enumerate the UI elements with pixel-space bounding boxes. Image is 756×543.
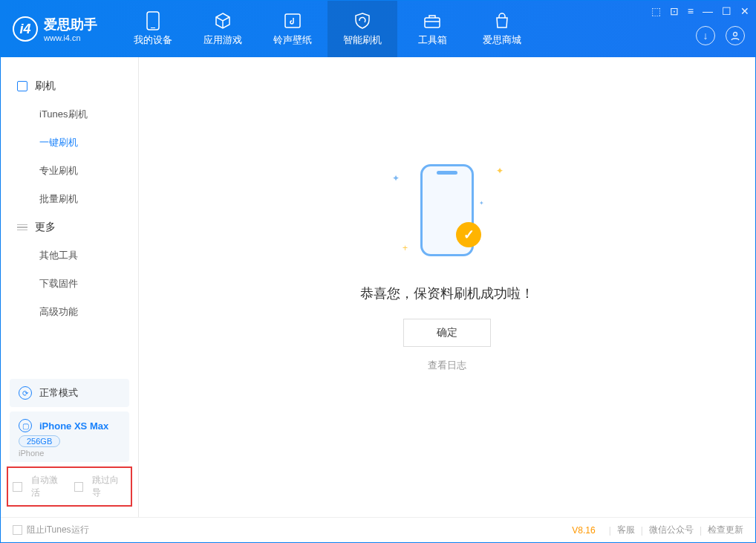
tab-my-device[interactable]: 我的设备 [118, 1, 188, 57]
app-url: www.i4.cn [44, 33, 97, 42]
main-content: ✦ ✦ + ✦ ✓ 恭喜您，保资料刷机成功啦！ 确定 查看日志 [139, 57, 755, 517]
mode-icon: ⟳ [19, 386, 32, 400]
logo: i4 爱思助手 www.i4.cn [1, 16, 109, 42]
sidebar-item-itunes-flash[interactable]: iTunes刷机 [1, 100, 138, 129]
sidebar-item-advanced[interactable]: 高级功能 [1, 298, 138, 326]
top-tabs: 我的设备 应用游戏 铃声壁纸 智能刷机 工具箱 爱思商城 [118, 1, 537, 57]
sidebar-item-oneclick-flash[interactable]: 一键刷机 [1, 129, 138, 157]
toolbox-icon [423, 11, 442, 30]
tab-flash[interactable]: 智能刷机 [328, 1, 397, 57]
shirt-icon[interactable]: ⬚ [651, 5, 661, 17]
app-name: 爱思助手 [44, 16, 97, 33]
device-type: iPhone [19, 449, 120, 458]
tab-label: 工具箱 [418, 33, 447, 47]
sidebar-item-batch-flash[interactable]: 批量刷机 [1, 185, 138, 213]
footer-link-wechat[interactable]: 微信公众号 [649, 524, 694, 536]
phone-outline-icon [17, 81, 27, 91]
success-message: 恭喜您，保资料刷机成功啦！ [360, 284, 534, 302]
footer: 阻止iTunes运行 V8.16 | 客服 | 微信公众号 | 检查更新 [1, 517, 755, 542]
shield-refresh-icon [353, 11, 372, 30]
svg-point-4 [734, 33, 737, 36]
header: i4 爱思助手 www.i4.cn 我的设备 应用游戏 铃声壁纸 智能刷机 工具… [1, 1, 755, 57]
block-itunes-label: 阻止iTunes运行 [27, 524, 89, 536]
sidebar-item-other-tools[interactable]: 其他工具 [1, 241, 138, 270]
phone-icon: ▢ [19, 419, 32, 432]
svg-rect-1 [151, 27, 155, 28]
sidebar-section-more: 更多 [1, 213, 138, 241]
close-button[interactable]: ✕ [740, 5, 749, 17]
svg-rect-2 [285, 14, 300, 27]
list-icon [17, 224, 27, 231]
check-badge-icon: ✓ [456, 222, 481, 247]
block-itunes-checkbox[interactable] [13, 525, 22, 535]
logo-icon: i4 [13, 16, 38, 42]
auto-activate-checkbox[interactable] [13, 482, 22, 492]
sparkle-icon: ✦ [479, 200, 484, 207]
footer-link-support[interactable]: 客服 [617, 524, 635, 536]
footer-link-update[interactable]: 检查更新 [708, 524, 743, 536]
device-mode: 正常模式 [39, 386, 78, 400]
user-button[interactable] [726, 26, 745, 45]
menu-icon[interactable]: ≡ [688, 5, 694, 17]
auto-activate-label: 自动激活 [31, 474, 65, 499]
tab-store[interactable]: 爱思商城 [467, 1, 537, 57]
minimize-button[interactable]: — [703, 5, 713, 17]
cube-icon [213, 11, 232, 30]
sidebar-item-download-firmware[interactable]: 下载固件 [1, 270, 138, 298]
lock-icon[interactable]: ⊡ [670, 5, 679, 17]
view-log-link[interactable]: 查看日志 [428, 359, 466, 372]
tab-ringtones[interactable]: 铃声壁纸 [258, 1, 328, 57]
skip-guide-label: 跳过向导 [92, 474, 126, 499]
device-capacity: 256GB [19, 435, 60, 447]
flash-options: 自动激活 跳过向导 [7, 466, 132, 507]
svg-rect-0 [147, 12, 159, 30]
tab-label: 我的设备 [134, 33, 172, 47]
sidebar: 刷机 iTunes刷机 一键刷机 专业刷机 批量刷机 更多 其他工具 下载固件 … [1, 57, 139, 517]
tab-apps[interactable]: 应用游戏 [188, 1, 258, 57]
maximize-button[interactable]: ☐ [722, 5, 731, 17]
sidebar-section-flash: 刷机 [1, 72, 138, 100]
music-folder-icon [283, 11, 302, 30]
download-button[interactable]: ↓ [696, 26, 715, 45]
tab-toolbox[interactable]: 工具箱 [397, 1, 467, 57]
version-label: V8.16 [572, 525, 595, 536]
device-name: iPhone XS Max [39, 420, 108, 432]
skip-guide-checkbox[interactable] [74, 482, 84, 492]
svg-rect-3 [425, 18, 440, 27]
tab-label: 爱思商城 [483, 33, 521, 47]
device-icon [143, 11, 163, 30]
tab-label: 智能刷机 [343, 33, 382, 47]
sparkle-icon: ✦ [496, 166, 504, 176]
bag-icon [492, 11, 512, 30]
window-controls: ⬚ ⊡ ≡ — ☐ ✕ [651, 5, 749, 17]
device-info-card[interactable]: ▢ iPhone XS Max 256GB iPhone [10, 412, 129, 462]
sidebar-item-pro-flash[interactable]: 专业刷机 [1, 157, 138, 185]
device-mode-card[interactable]: ⟳ 正常模式 [10, 379, 129, 407]
sparkle-icon: ✦ [392, 173, 400, 183]
tab-label: 铃声壁纸 [273, 33, 312, 47]
success-illustration: ✦ ✦ + ✦ ✓ [380, 158, 514, 262]
sparkle-icon: + [403, 243, 408, 253]
confirm-button[interactable]: 确定 [403, 319, 491, 347]
tab-label: 应用游戏 [203, 33, 242, 47]
